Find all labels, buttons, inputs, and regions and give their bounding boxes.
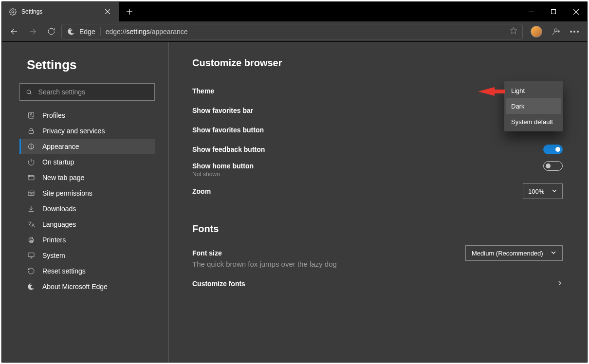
settings-main: Customize browser Theme Dark Show favori…: [169, 42, 587, 362]
sidebar-item-label: About Microsoft Edge: [42, 283, 108, 291]
home-toggle[interactable]: [543, 161, 563, 171]
svg-line-14: [30, 93, 32, 94]
sidebar-item-label: Site permissions: [42, 189, 92, 197]
profile-avatar[interactable]: [531, 26, 542, 37]
annotation-arrow: [478, 86, 505, 99]
window-close-button[interactable]: [565, 2, 587, 21]
appearance-icon: [26, 143, 37, 150]
fontsize-sample: The quick brown fox jumps over the lazy …: [192, 260, 563, 268]
sidebar-item-privacy-and-services[interactable]: Privacy and services: [19, 123, 155, 139]
sidebar-item-languages[interactable]: Languages: [19, 217, 155, 232]
sidebar-item-label: Privacy and services: [42, 127, 105, 135]
app-window: Settings Edge edge://settings/appearan: [1, 1, 588, 363]
toolbar: Edge edge://settings/appearance •••: [2, 21, 587, 42]
refresh-button[interactable]: [42, 22, 60, 41]
sitepermissions-icon: [26, 189, 37, 197]
svg-point-16: [30, 113, 32, 115]
chevron-down-icon: [551, 250, 556, 257]
theme-option-dark[interactable]: Dark: [506, 98, 561, 114]
row-fontsize-label: Font size: [192, 249, 465, 257]
sidebar-item-new-tab-page[interactable]: New tab page: [19, 170, 155, 185]
feedback-toggle[interactable]: [543, 145, 563, 154]
sidebar-item-label: Printers: [42, 236, 66, 244]
tab-title: Settings: [21, 8, 103, 15]
address-url: edge://settings/appearance: [106, 28, 188, 36]
lock-icon: [26, 127, 37, 135]
titlebar: Settings: [2, 2, 587, 21]
svg-point-0: [12, 11, 14, 13]
fontsize-select[interactable]: Medium (Recommended): [465, 245, 563, 261]
sidebar-title: Settings: [27, 57, 155, 73]
theme-option-light[interactable]: Light: [506, 83, 561, 98]
row-feedback-label: Show feedback button: [192, 146, 543, 153]
svg-marker-11: [510, 27, 516, 34]
favorite-star-icon[interactable]: [510, 27, 517, 36]
svg-point-27: [31, 194, 32, 194]
sidebar-item-label: Languages: [42, 220, 76, 228]
edge-icon: [26, 283, 37, 291]
svg-marker-37: [478, 87, 505, 96]
row-theme-label: Theme: [192, 87, 505, 95]
gear-icon: [9, 8, 17, 16]
download-icon: [26, 205, 37, 213]
edge-icon: [67, 27, 75, 36]
power-icon: [26, 158, 37, 166]
sidebar-item-site-permissions[interactable]: Site permissions: [19, 185, 155, 201]
back-button[interactable]: [5, 22, 23, 41]
address-bar[interactable]: Edge edge://settings/appearance: [61, 24, 523, 39]
window-maximize-button[interactable]: [542, 2, 565, 21]
language-icon: [26, 220, 37, 228]
search-input[interactable]: [37, 88, 148, 96]
sidebar-item-profiles[interactable]: Profiles: [19, 108, 155, 123]
svg-point-26: [30, 194, 30, 194]
address-app-label: Edge: [79, 28, 95, 36]
more-menu-button[interactable]: •••: [566, 22, 584, 41]
section-customize-title: Customize browser: [192, 57, 563, 69]
svg-rect-6: [552, 10, 556, 14]
row-zoom-label: Zoom: [192, 187, 523, 195]
forward-button[interactable]: [23, 22, 42, 41]
svg-point-12: [554, 29, 557, 32]
sidebar-item-label: System: [42, 252, 65, 259]
sidebar-item-label: Downloads: [42, 205, 76, 213]
svg-rect-21: [28, 175, 34, 180]
sidebar-item-label: On startup: [42, 158, 74, 166]
printer-icon: [26, 236, 37, 244]
zoom-select[interactable]: 100%: [523, 183, 563, 199]
feedback-icon[interactable]: [547, 22, 566, 41]
svg-rect-32: [29, 239, 33, 241]
sidebar-item-appearance[interactable]: Appearance: [19, 139, 155, 154]
sidebar-item-on-startup[interactable]: On startup: [19, 154, 155, 170]
sidebar-item-label: Reset settings: [42, 267, 86, 275]
reset-icon: [26, 267, 37, 275]
new-tab-button[interactable]: [119, 2, 140, 21]
theme-option-system-default[interactable]: System default: [506, 114, 561, 129]
svg-rect-34: [28, 253, 34, 257]
svg-rect-24: [28, 191, 34, 195]
section-fonts-title: Fonts: [192, 223, 563, 235]
svg-rect-17: [29, 130, 33, 133]
sidebar-item-about-microsoft-edge[interactable]: About Microsoft Edge: [19, 279, 155, 294]
settings-sidebar: Settings ProfilesPrivacy and servicesApp…: [2, 42, 169, 362]
sidebar-item-label: New tab page: [42, 174, 84, 182]
search-settings-input[interactable]: [19, 83, 155, 101]
chevron-right-icon: [557, 279, 563, 288]
row-home-sub: Not shown: [192, 171, 563, 178]
chevron-down-icon: [552, 188, 557, 195]
browser-tab[interactable]: Settings: [2, 2, 119, 21]
newtab-icon: [26, 174, 37, 182]
sidebar-item-system[interactable]: System: [19, 248, 155, 263]
sidebar-item-label: Appearance: [42, 143, 79, 150]
sidebar-item-printers[interactable]: Printers: [19, 232, 155, 248]
sidebar-item-downloads[interactable]: Downloads: [19, 201, 155, 217]
system-icon: [26, 252, 37, 259]
close-tab-icon[interactable]: [103, 8, 112, 16]
svg-point-13: [27, 90, 30, 93]
sidebar-item-label: Profiles: [42, 111, 65, 119]
customize-fonts-row[interactable]: Customize fonts: [192, 273, 563, 294]
svg-point-28: [33, 194, 33, 194]
row-home-label: Show home button: [192, 162, 543, 170]
sidebar-item-reset-settings[interactable]: Reset settings: [19, 263, 155, 279]
theme-dropdown: LightDarkSystem default: [504, 81, 563, 131]
window-minimize-button[interactable]: [520, 2, 542, 21]
